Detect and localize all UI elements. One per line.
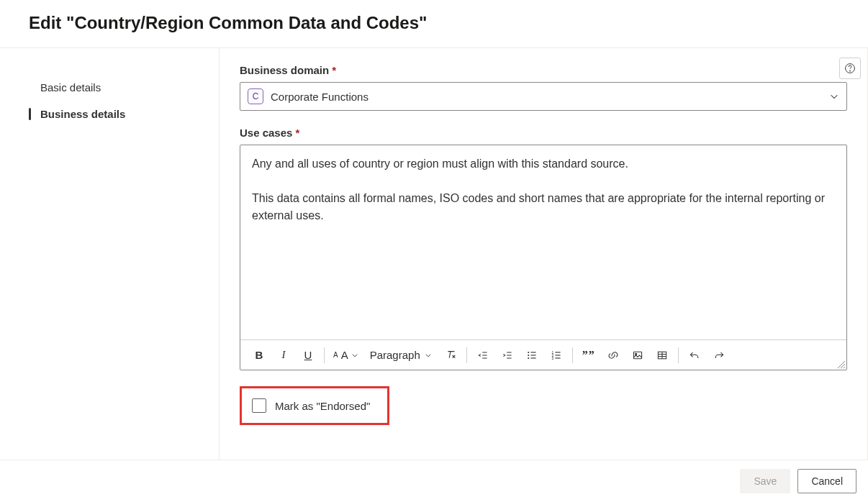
use-cases-textarea[interactable]: Any and all uses of country or region mu… <box>240 145 846 339</box>
chevron-down-icon <box>425 352 432 359</box>
help-button[interactable] <box>839 58 861 79</box>
outdent-icon <box>477 350 489 361</box>
svg-text:3: 3 <box>551 356 553 360</box>
chevron-down-icon <box>829 91 839 101</box>
page-header: Edit "Country/Region Common Data and Cod… <box>0 0 868 48</box>
svg-point-1 <box>528 354 529 355</box>
image-button[interactable] <box>626 344 649 367</box>
required-marker: * <box>295 127 299 139</box>
svg-rect-11 <box>555 357 560 358</box>
table-icon <box>656 350 668 361</box>
link-icon <box>607 350 619 361</box>
link-button[interactable] <box>602 344 625 367</box>
use-cases-label: Use cases * <box>240 127 847 139</box>
page-title: Edit "Country/Region Common Data and Cod… <box>29 13 839 33</box>
business-domain-label: Business domain * <box>240 64 847 76</box>
domain-badge: C <box>248 88 263 104</box>
nav-item-business-details[interactable]: Business details <box>0 101 219 127</box>
business-domain-value: Corporate Functions <box>271 91 829 103</box>
italic-button[interactable]: I <box>272 344 295 367</box>
nav-item-basic-details[interactable]: Basic details <box>0 74 219 101</box>
svg-rect-12 <box>633 352 641 359</box>
underline-button[interactable]: U <box>297 344 320 367</box>
help-icon <box>844 63 856 74</box>
svg-point-13 <box>635 353 636 355</box>
cancel-button[interactable]: Cancel <box>797 469 856 493</box>
toolbar-separator <box>572 347 573 363</box>
bold-button[interactable]: B <box>248 344 271 367</box>
footer: Save Cancel <box>0 460 868 502</box>
svg-rect-3 <box>530 352 535 352</box>
endorsed-highlight-box: Mark as "Endorsed" <box>240 386 389 425</box>
resize-icon <box>838 361 845 368</box>
required-marker: * <box>332 64 336 76</box>
outdent-button[interactable] <box>471 344 494 367</box>
toolbar-separator <box>324 347 325 363</box>
nav-item-label: Business details <box>40 108 125 120</box>
font-size-icon: A <box>333 351 338 359</box>
svg-rect-5 <box>530 357 535 358</box>
svg-point-16 <box>849 70 850 71</box>
business-domain-select[interactable]: C Corporate Functions <box>240 82 847 111</box>
indent-button[interactable] <box>496 344 519 367</box>
clear-format-icon <box>444 349 457 362</box>
svg-point-0 <box>528 351 529 352</box>
redo-button[interactable] <box>707 344 731 367</box>
svg-rect-10 <box>555 355 560 355</box>
numbered-list-button[interactable]: 123 <box>545 344 568 367</box>
redo-icon <box>713 350 725 361</box>
toolbar-separator <box>678 347 679 363</box>
editor-toolbar: B I U AA Paragraph <box>240 339 846 370</box>
endorsed-checkbox[interactable] <box>252 398 266 413</box>
font-size-dropdown[interactable]: AA <box>329 344 363 367</box>
chevron-down-icon <box>351 352 358 359</box>
sidebar-nav: Basic details Business details <box>0 48 220 460</box>
use-cases-editor: Any and all uses of country or region mu… <box>240 145 847 370</box>
svg-rect-4 <box>530 355 535 355</box>
undo-button[interactable] <box>683 344 706 367</box>
indent-icon <box>502 350 513 361</box>
paragraph-style-dropdown[interactable]: Paragraph <box>364 344 438 367</box>
svg-point-2 <box>528 357 529 358</box>
svg-rect-9 <box>555 352 560 352</box>
numbered-list-icon: 123 <box>551 350 562 361</box>
main-content: Business domain * C Corporate Functions … <box>220 48 868 460</box>
toolbar-separator <box>466 347 467 363</box>
save-button[interactable]: Save <box>740 469 790 493</box>
endorsed-label: Mark as "Endorsed" <box>275 400 370 412</box>
bullet-list-button[interactable] <box>520 344 543 367</box>
quote-icon: ”” <box>582 349 595 362</box>
clear-formatting-button[interactable] <box>439 344 462 367</box>
image-icon <box>632 350 643 361</box>
bullet-list-icon <box>526 350 538 361</box>
table-button[interactable] <box>651 344 674 367</box>
resize-handle[interactable] <box>838 361 845 368</box>
quote-button[interactable]: ”” <box>577 344 600 367</box>
undo-icon <box>689 350 700 361</box>
nav-item-label: Basic details <box>40 81 101 93</box>
